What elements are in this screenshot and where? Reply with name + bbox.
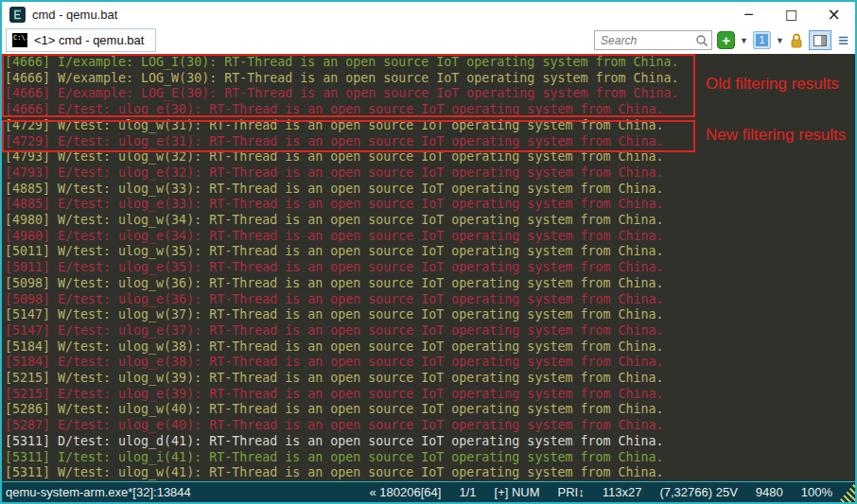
terminal-line: [4980] E/test: ulog_e(34): RT-Thread is … bbox=[5, 229, 855, 245]
terminal-line: [5147] W/test: ulog_w(37): RT-Thread is … bbox=[5, 307, 855, 323]
terminal-line: [5147] E/test: ulog_e(37): RT-Thread is … bbox=[5, 323, 855, 339]
search-box[interactable] bbox=[594, 30, 712, 50]
search-input[interactable] bbox=[601, 34, 695, 47]
close-button[interactable]: × bbox=[813, 2, 855, 26]
tab-label: <1> cmd - qemu.bat bbox=[34, 33, 144, 47]
maximize-button[interactable]: □ bbox=[770, 2, 813, 26]
statusbar-item: [+] NUM bbox=[495, 485, 540, 499]
resize-grip[interactable] bbox=[838, 482, 855, 502]
tab-bar: C:\. <1> cmd - qemu.bat + ▼ 1 ▼ bbox=[2, 26, 855, 54]
statusbar-item: « 180206[64] bbox=[370, 485, 442, 499]
window-controls: ─ □ × bbox=[727, 2, 855, 26]
terminal-line: [4666] I/example: LOG_I(30): RT-Thread i… bbox=[5, 55, 855, 71]
terminal-line: [5311] W/test: ulog_w(41): RT-Thread is … bbox=[5, 465, 855, 481]
statusbar-item: PRI↕ bbox=[558, 485, 585, 499]
conemu-window: cmd - qemu.bat ─ □ × C:\. <1> cmd - qemu… bbox=[0, 0, 857, 504]
terminal-line: [5184] W/test: ulog_w(38): RT-Thread is … bbox=[5, 339, 855, 356]
lock-icon[interactable] bbox=[789, 32, 804, 48]
active-console-label: qemu-system-arm.exe*[32]:13844 bbox=[6, 485, 191, 499]
terminal-line: [5098] E/test: ulog_e(36): RT-Thread is … bbox=[5, 292, 855, 308]
title-bar: cmd - qemu.bat ─ □ × bbox=[2, 2, 855, 26]
terminal-line: [5311] I/test: ulog_i(41): RT-Thread is … bbox=[5, 450, 855, 466]
terminal-line: [5098] W/test: ulog_w(36): RT-Thread is … bbox=[5, 276, 855, 292]
terminal-line: [4666] E/test: ulog_e(30): RT-Thread is … bbox=[5, 102, 855, 118]
conemu-app-icon bbox=[9, 7, 26, 23]
terminal-line: [5287] E/test: ulog_e(40): RT-Thread is … bbox=[5, 418, 855, 434]
toolbar: + ▼ 1 ▼ ≡ bbox=[594, 30, 850, 50]
panel-layout-icon bbox=[813, 35, 827, 46]
new-console-button[interactable]: + bbox=[717, 31, 735, 49]
new-filter-annotation: New filtering results bbox=[706, 126, 846, 145]
terminal-line: [5311] D/test: ulog_d(41): RT-Thread is … bbox=[5, 434, 855, 450]
statusbar-item: 9480 bbox=[756, 485, 783, 499]
new-console-dropdown-icon[interactable]: ▼ bbox=[740, 36, 748, 45]
window-switch-button[interactable]: 1 bbox=[753, 31, 771, 49]
statusbar-item: 113x27 bbox=[603, 485, 642, 499]
window-number: 1 bbox=[756, 34, 768, 46]
statusbar-right: « 180206[64]1/1[+] NUMPRI↕113x27(7,32766… bbox=[370, 485, 832, 499]
cmd-icon: C:\. bbox=[12, 33, 27, 47]
window-title: cmd - qemu.bat bbox=[32, 8, 117, 22]
terminal-line: [4980] W/test: ulog_w(34): RT-Thread is … bbox=[5, 213, 855, 229]
terminal-line: [4885] E/test: ulog_e(33): RT-Thread is … bbox=[5, 197, 855, 213]
tab-cmd-qemu[interactable]: C:\. <1> cmd - qemu.bat bbox=[6, 28, 156, 52]
terminal-line: [5215] W/test: ulog_w(39): RT-Thread is … bbox=[5, 371, 855, 387]
main-menu-button[interactable]: ≡ bbox=[836, 31, 850, 49]
old-filter-annotation: Old filtering results bbox=[706, 75, 839, 94]
statusbar-item: 1/1 bbox=[459, 485, 476, 499]
terminal-line: [4885] W/test: ulog_w(33): RT-Thread is … bbox=[5, 182, 855, 198]
search-icon bbox=[695, 34, 708, 47]
statusbar-item: (7,32766) 25V bbox=[659, 485, 737, 499]
terminal-line: [5184] E/test: ulog_e(38): RT-Thread is … bbox=[5, 355, 855, 371]
terminal-line: [5286] W/test: ulog_w(40): RT-Thread is … bbox=[5, 402, 855, 418]
terminal-line: [5011] W/test: ulog_w(35): RT-Thread is … bbox=[5, 244, 855, 260]
minimize-button[interactable]: ─ bbox=[727, 2, 770, 26]
terminal-line: [5011] E/test: ulog_e(35): RT-Thread is … bbox=[5, 260, 855, 276]
terminal-line: [4793] E/test: ulog_e(32): RT-Thread is … bbox=[5, 165, 855, 182]
statusbar-item: 100% bbox=[801, 485, 832, 499]
status-bar: qemu-system-arm.exe*[32]:13844 « 180206[… bbox=[2, 481, 855, 502]
terminal-line: [5215] E/test: ulog_e(39): RT-Thread is … bbox=[5, 387, 855, 403]
terminal-output: [4666] I/example: LOG_I(30): RT-Thread i… bbox=[5, 55, 855, 481]
conemu-logo-icon bbox=[11, 9, 24, 21]
window-switch-dropdown-icon[interactable]: ▼ bbox=[776, 36, 784, 45]
terminal-area[interactable]: [4666] I/example: LOG_I(30): RT-Thread i… bbox=[2, 54, 855, 481]
view-toggle-button[interactable] bbox=[809, 30, 831, 50]
terminal-line: [4793] W/test: ulog_w(32): RT-Thread is … bbox=[5, 149, 855, 165]
